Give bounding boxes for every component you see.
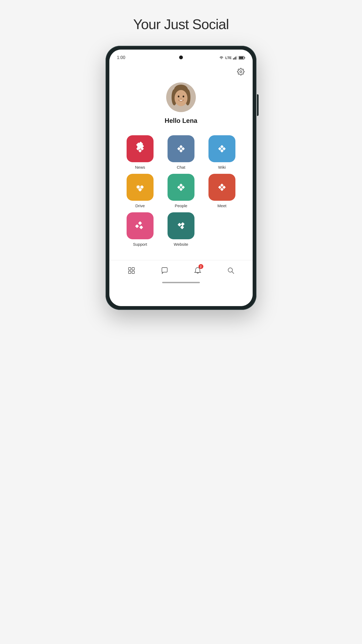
app-label-people: People (175, 203, 187, 208)
svg-rect-51 (128, 271, 131, 273)
svg-point-7 (240, 71, 242, 73)
app-icon-wiki (208, 135, 235, 162)
page-wrapper: Your Just Social 1:00 LTE (0, 16, 362, 310)
app-label-website: Website (174, 242, 188, 247)
svg-point-13 (178, 96, 179, 98)
app-icon-website (168, 212, 194, 239)
app-icon-chat (168, 135, 194, 162)
app-label-meet: Meet (217, 203, 226, 208)
home-indicator (162, 282, 200, 283)
phone-frame: 1:00 LTE (106, 46, 256, 310)
svg-rect-37 (177, 186, 181, 189)
search-icon (227, 267, 235, 274)
app-item-meet[interactable]: Meet (204, 174, 240, 208)
svg-rect-30 (220, 149, 224, 153)
app-icon-meet (208, 174, 235, 201)
chat-nav-icon (161, 267, 168, 274)
svg-rect-36 (181, 186, 185, 189)
app-item-news[interactable]: News (122, 135, 158, 169)
app-item-people[interactable]: People (163, 174, 199, 208)
status-time: 1:00 (117, 55, 125, 60)
nav-search-button[interactable] (224, 265, 238, 276)
lte-label: LTE (225, 56, 232, 60)
svg-rect-24 (181, 147, 185, 151)
app-label-support: Support (133, 242, 147, 247)
svg-rect-1 (234, 57, 235, 60)
greeting-text: Hello Lena (165, 117, 197, 124)
wiki-logo (214, 141, 230, 157)
chat-logo (173, 141, 189, 157)
support-logo (132, 218, 148, 234)
grid-icon (128, 267, 135, 274)
svg-rect-46 (177, 223, 181, 227)
app-icon-drive (127, 174, 154, 201)
svg-point-12 (175, 90, 187, 106)
svg-rect-29 (218, 147, 222, 151)
svg-rect-22 (138, 149, 142, 153)
nav-notifications-button[interactable]: 2 (191, 265, 204, 276)
svg-rect-52 (132, 271, 134, 273)
svg-rect-50 (132, 268, 134, 270)
svg-rect-5 (245, 57, 245, 58)
app-label-drive: Drive (135, 203, 145, 208)
app-label-news: News (135, 165, 145, 169)
svg-rect-28 (222, 147, 226, 151)
svg-rect-41 (218, 186, 222, 189)
wifi-icon (219, 56, 224, 60)
svg-line-54 (232, 272, 234, 273)
svg-rect-38 (179, 188, 183, 191)
svg-rect-47 (180, 226, 184, 229)
svg-rect-27 (220, 145, 224, 148)
avatar[interactable] (166, 82, 196, 112)
app-item-drive[interactable]: Drive (122, 174, 158, 208)
meet-logo (214, 179, 230, 195)
website-logo (173, 218, 189, 234)
status-icons: LTE (219, 56, 245, 60)
app-label-chat: Chat (177, 165, 185, 169)
svg-rect-6 (239, 57, 243, 59)
app-icon-people (168, 174, 194, 201)
app-label-wiki: Wiki (218, 165, 226, 169)
nav-chat-button[interactable] (158, 265, 171, 276)
camera-notch (179, 56, 183, 59)
svg-rect-2 (235, 57, 236, 60)
svg-rect-3 (237, 56, 238, 60)
settings-button[interactable] (235, 66, 246, 77)
battery-icon (239, 56, 245, 60)
notification-badge: 2 (199, 264, 203, 269)
screen-content: Hello Lena (109, 64, 253, 306)
nav-menu-button[interactable] (125, 265, 138, 276)
svg-rect-42 (220, 188, 224, 191)
svg-point-14 (183, 96, 184, 98)
news-logo (132, 141, 148, 157)
people-logo (173, 179, 189, 195)
app-item-chat[interactable]: Chat (163, 135, 199, 169)
svg-rect-35 (179, 183, 183, 187)
app-item-website[interactable]: Website (163, 212, 199, 247)
gear-icon (237, 68, 245, 75)
svg-rect-0 (233, 58, 234, 60)
svg-rect-23 (179, 145, 183, 148)
app-grid: News (114, 133, 248, 249)
page-title: Your Just Social (133, 16, 229, 32)
svg-rect-49 (128, 268, 131, 270)
app-item-wiki[interactable]: Wiki (204, 135, 240, 169)
status-bar: 1:00 LTE (109, 50, 253, 64)
phone-screen: 1:00 LTE (109, 50, 253, 306)
app-icon-support (127, 212, 154, 239)
app-item-support[interactable]: Support (122, 212, 158, 247)
svg-rect-39 (220, 183, 224, 187)
profile-section: Hello Lena (109, 77, 253, 133)
svg-rect-48 (181, 222, 185, 226)
bottom-nav: 2 (109, 260, 253, 279)
settings-row (109, 64, 253, 77)
signal-icon (233, 56, 237, 60)
drive-logo (132, 179, 148, 195)
svg-rect-43 (138, 221, 142, 225)
svg-rect-26 (179, 149, 183, 153)
svg-rect-40 (222, 186, 226, 189)
svg-rect-44 (139, 226, 143, 229)
app-icon-news (127, 135, 154, 162)
svg-rect-45 (135, 224, 139, 228)
svg-rect-25 (177, 147, 181, 151)
